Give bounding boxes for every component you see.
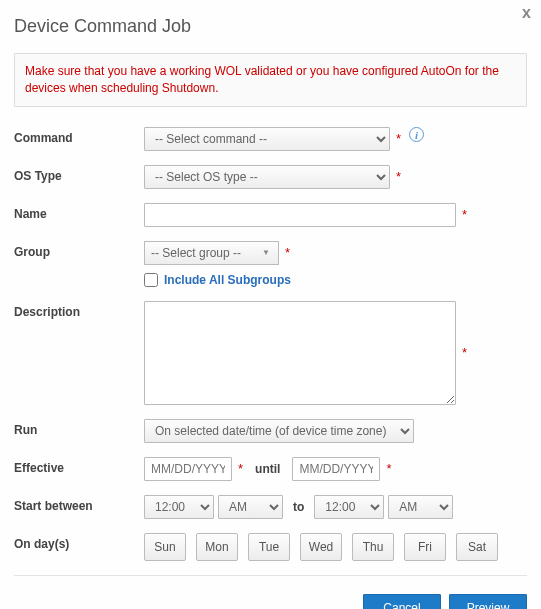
- group-select-value: -- Select group --: [151, 246, 241, 260]
- row-on-days: On day(s) Sun Mon Tue Wed Thu Fri Sat: [14, 533, 527, 561]
- start-to-hour-select[interactable]: 12:00: [314, 495, 384, 519]
- label-group: Group: [14, 241, 144, 259]
- label-run: Run: [14, 419, 144, 437]
- info-icon[interactable]: i: [409, 127, 424, 142]
- warning-banner: Make sure that you have a working WOL va…: [14, 53, 527, 107]
- start-from-ampm-select[interactable]: AM: [218, 495, 283, 519]
- close-icon[interactable]: x: [522, 4, 531, 22]
- day-sun-button[interactable]: Sun: [144, 533, 186, 561]
- effective-from-input[interactable]: [144, 457, 232, 481]
- run-select[interactable]: On selected date/time (of device time zo…: [144, 419, 414, 443]
- divider: [14, 575, 527, 576]
- required-mark: *: [462, 207, 467, 222]
- label-on-days: On day(s): [14, 533, 144, 551]
- page-title: Device Command Job: [14, 16, 527, 37]
- required-mark: *: [396, 131, 401, 146]
- include-subgroups-label: Include All Subgroups: [164, 273, 291, 287]
- label-description: Description: [14, 301, 144, 319]
- required-mark: *: [238, 461, 243, 476]
- preview-button[interactable]: Preview: [449, 594, 527, 609]
- label-until: until: [255, 462, 280, 476]
- row-command: Command -- Select command -- * i: [14, 127, 527, 151]
- row-description: Description *: [14, 301, 527, 405]
- day-fri-button[interactable]: Fri: [404, 533, 446, 561]
- footer: Cancel Preview: [14, 594, 527, 609]
- include-subgroups-checkbox[interactable]: [144, 273, 158, 287]
- row-group: Group -- Select group -- *: [14, 241, 527, 265]
- start-to-ampm-select[interactable]: AM: [388, 495, 453, 519]
- description-textarea[interactable]: [144, 301, 456, 405]
- label-start-between: Start between: [14, 495, 144, 513]
- required-mark: *: [285, 245, 290, 260]
- start-from-hour-select[interactable]: 12:00: [144, 495, 214, 519]
- command-select[interactable]: -- Select command --: [144, 127, 390, 151]
- required-mark: *: [396, 169, 401, 184]
- row-effective: Effective * until *: [14, 457, 527, 481]
- label-os-type: OS Type: [14, 165, 144, 183]
- name-input[interactable]: [144, 203, 456, 227]
- row-start-between: Start between 12:00 AM to 12:00 AM: [14, 495, 527, 519]
- day-mon-button[interactable]: Mon: [196, 533, 238, 561]
- row-name: Name *: [14, 203, 527, 227]
- day-tue-button[interactable]: Tue: [248, 533, 290, 561]
- effective-until-input[interactable]: [292, 457, 380, 481]
- group-select[interactable]: -- Select group --: [144, 241, 279, 265]
- label-command: Command: [14, 127, 144, 145]
- label-to: to: [293, 500, 304, 514]
- label-name: Name: [14, 203, 144, 221]
- day-sat-button[interactable]: Sat: [456, 533, 498, 561]
- required-mark: *: [462, 345, 467, 360]
- day-wed-button[interactable]: Wed: [300, 533, 342, 561]
- row-include-subgroups: Include All Subgroups: [144, 273, 527, 287]
- required-mark: *: [386, 461, 391, 476]
- row-os-type: OS Type -- Select OS type -- *: [14, 165, 527, 189]
- os-type-select[interactable]: -- Select OS type --: [144, 165, 390, 189]
- day-thu-button[interactable]: Thu: [352, 533, 394, 561]
- cancel-button[interactable]: Cancel: [363, 594, 441, 609]
- row-run: Run On selected date/time (of device tim…: [14, 419, 527, 443]
- label-effective: Effective: [14, 457, 144, 475]
